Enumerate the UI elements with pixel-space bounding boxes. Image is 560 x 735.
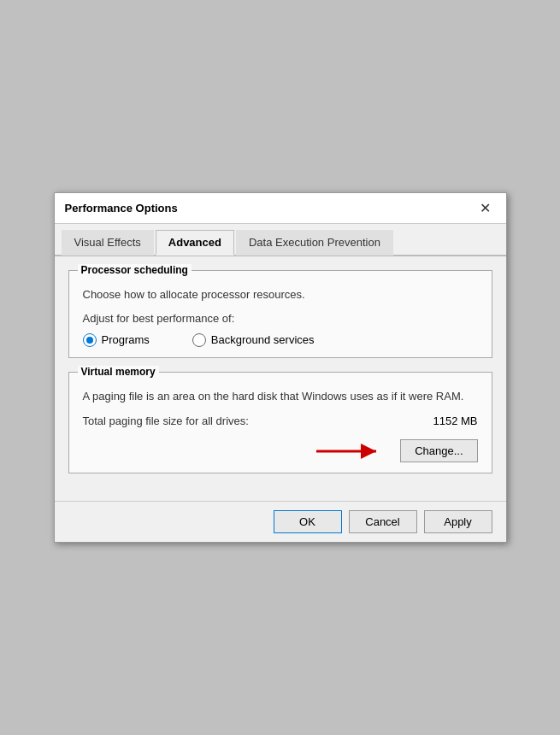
radio-background-circle [192, 333, 206, 347]
change-button[interactable]: Change... [400, 439, 477, 462]
close-button[interactable]: ✕ [475, 198, 496, 219]
radio-programs[interactable]: Programs [83, 333, 150, 347]
tab-advanced[interactable]: Advanced [156, 230, 234, 256]
change-row: Change... [83, 439, 478, 462]
tab-bar: Visual Effects Advanced Data Execution P… [55, 224, 506, 256]
performance-options-dialog: Performance Options ✕ Visual Effects Adv… [54, 192, 507, 543]
radio-background[interactable]: Background services [192, 333, 315, 347]
virtual-memory-label: Virtual memory [78, 366, 159, 378]
dialog-footer: OK Cancel Apply [55, 501, 506, 542]
radio-group: Programs Background services [83, 333, 478, 347]
tab-visual-effects[interactable]: Visual Effects [62, 230, 154, 256]
virtual-memory-section: Virtual memory A paging file is an area … [68, 372, 492, 474]
tab-dep[interactable]: Data Execution Prevention [236, 230, 393, 256]
apply-button[interactable]: Apply [424, 510, 492, 533]
paging-label: Total paging file size for all drives: [83, 415, 433, 427]
virtual-memory-desc: A paging file is an area on the hard dis… [83, 388, 478, 405]
arrow-indicator [83, 441, 392, 462]
window-title: Performance Options [65, 202, 178, 215]
arrow-icon [316, 441, 385, 462]
radio-programs-circle [83, 333, 97, 347]
dialog-content: Processor scheduling Choose how to alloc… [55, 256, 506, 501]
cancel-button[interactable]: Cancel [349, 510, 417, 533]
processor-scheduling-desc: Choose how to allocate processor resourc… [83, 286, 478, 303]
processor-scheduling-label: Processor scheduling [78, 264, 192, 276]
paging-info: Total paging file size for all drives: 1… [83, 415, 478, 427]
paging-value: 1152 MB [433, 415, 477, 427]
radio-group-label: Adjust for best performance of: [83, 312, 478, 325]
radio-programs-label: Programs [102, 333, 150, 346]
ok-button[interactable]: OK [274, 510, 342, 533]
radio-background-label: Background services [211, 333, 315, 346]
title-bar: Performance Options ✕ [55, 193, 506, 224]
processor-scheduling-section: Processor scheduling Choose how to alloc… [68, 270, 492, 358]
